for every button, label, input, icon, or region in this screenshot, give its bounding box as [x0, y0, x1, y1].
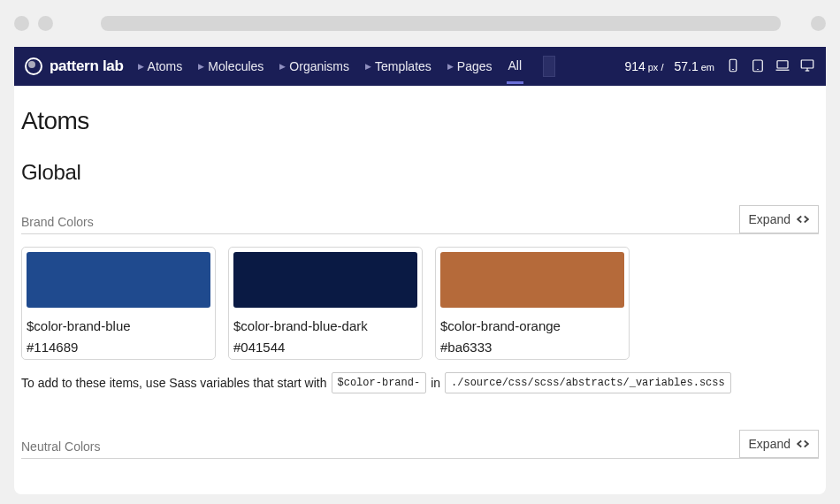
swatch-hex: #ba6333: [440, 340, 624, 355]
nav-all[interactable]: All: [508, 58, 523, 75]
nav-items: ▶ Atoms ▶ Molecules ▶ Organisms ▶ Templa…: [138, 56, 555, 77]
chrome-dot: [14, 16, 29, 31]
device-icons: [725, 57, 815, 76]
swatch-color: [27, 252, 210, 308]
content-area: Atoms Global Brand Colors Expand $color-…: [14, 86, 826, 494]
nav-item-label: Pages: [457, 59, 493, 73]
tablet-icon[interactable]: [750, 57, 766, 76]
em-unit: em: [701, 62, 714, 73]
logo-icon: [25, 57, 42, 75]
viewport-size-input[interactable]: [543, 56, 555, 77]
nav-item-label: Atoms: [148, 59, 183, 73]
code-icon: [797, 439, 809, 449]
swatch-var: $color-brand-orange: [440, 318, 624, 333]
caret-right-icon: ▶: [447, 62, 454, 71]
laptop-icon[interactable]: [775, 57, 790, 76]
nav-all-label: All: [508, 58, 523, 73]
swatch-var: $color-brand-blue-dark: [233, 318, 417, 333]
px-value: 914: [624, 59, 645, 73]
instruction-text: To add to these items, use Sass variable…: [21, 372, 819, 393]
em-value: 57.1: [674, 59, 698, 73]
expand-button[interactable]: Expand: [739, 430, 819, 458]
swatch-brand-blue: $color-brand-blue #114689: [21, 247, 216, 360]
page-subtitle: Global: [21, 160, 819, 185]
url-bar[interactable]: [101, 16, 781, 31]
nav-item-label: Organisms: [289, 59, 349, 73]
section-label: Neutral Colors: [21, 439, 100, 457]
caret-right-icon: ▶: [365, 62, 371, 71]
page-title: Atoms: [21, 107, 819, 135]
nav-item-atoms[interactable]: ▶ Atoms: [138, 59, 183, 73]
swatch-brand-blue-dark: $color-brand-blue-dark #041544: [228, 247, 423, 360]
swatch-brand-orange: $color-brand-orange #ba6333: [435, 247, 630, 360]
nav-item-label: Templates: [375, 59, 431, 73]
instruction-mid: in: [431, 376, 440, 390]
nav-item-molecules[interactable]: ▶ Molecules: [198, 59, 263, 73]
nav-item-pages[interactable]: ▶ Pages: [447, 59, 493, 73]
swatch-hex: #114689: [27, 340, 210, 355]
nav-item-templates[interactable]: ▶ Templates: [365, 59, 431, 73]
expand-label: Expand: [749, 212, 790, 226]
nav-item-organisms[interactable]: ▶ Organisms: [279, 59, 349, 73]
desktop-icon[interactable]: [799, 57, 815, 76]
nav-item-label: Molecules: [208, 59, 263, 73]
expand-button[interactable]: Expand: [739, 205, 819, 233]
swatch-color: [233, 252, 417, 308]
app-header: pattern lab ▶ Atoms ▶ Molecules ▶ Organi…: [14, 47, 826, 86]
browser-chrome: [0, 0, 840, 47]
viewport-dimensions: 914 px / 57.1 em: [624, 59, 714, 73]
brand-swatches: $color-brand-blue #114689 $color-brand-b…: [21, 247, 819, 360]
swatch-var: $color-brand-blue: [27, 318, 210, 333]
px-unit: px /: [648, 62, 664, 73]
mobile-icon[interactable]: [725, 57, 741, 76]
section-brand-colors: Brand Colors Expand: [21, 204, 819, 234]
svg-rect-4: [777, 60, 788, 67]
swatch-color: [440, 252, 624, 308]
expand-label: Expand: [749, 437, 790, 451]
logo[interactable]: pattern lab: [25, 57, 124, 75]
section-neutral-colors: Neutral Colors Expand: [21, 429, 819, 459]
logo-text: pattern lab: [50, 57, 124, 75]
caret-right-icon: ▶: [138, 62, 144, 71]
instruction-prefix: To add to these items, use Sass variable…: [21, 376, 327, 390]
code-icon: [797, 214, 809, 225]
caret-right-icon: ▶: [279, 62, 286, 71]
swatch-hex: #041544: [233, 340, 417, 355]
chrome-dot: [38, 16, 53, 31]
svg-rect-6: [801, 60, 813, 68]
chrome-dot: [811, 16, 826, 31]
code-inline: ./source/css/scss/abstracts/_variables.s…: [445, 372, 731, 393]
caret-right-icon: ▶: [198, 62, 204, 71]
code-inline: $color-brand-: [332, 372, 427, 393]
section-label: Brand Colors: [21, 215, 94, 233]
